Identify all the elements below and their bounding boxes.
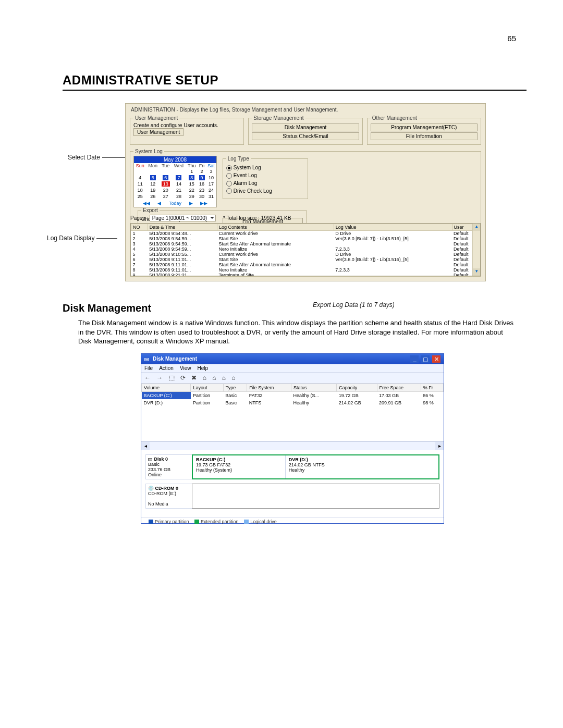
- calendar-day[interactable]: 25: [134, 193, 146, 200]
- menu-item[interactable]: Action: [159, 365, 174, 371]
- menu-item[interactable]: File: [144, 365, 153, 371]
- dm-col-header[interactable]: File System: [247, 384, 291, 391]
- table-row[interactable]: 85/13/2008 9:11:01...Nero Initialize7.2.…: [131, 267, 480, 273]
- table-row[interactable]: DVR (D:)PartitionBasicNTFSHealthy214.02 …: [142, 399, 444, 406]
- partition-dvr[interactable]: DVR (D:) 214.02 GB NTFS Healthy: [286, 455, 438, 478]
- calendar-day[interactable]: 18: [134, 187, 146, 193]
- table-row[interactable]: 65/13/2008 9:11:01...Start SiteVer(3.6.0…: [131, 257, 480, 262]
- calendar-day[interactable]: 11: [134, 181, 146, 187]
- table-row[interactable]: BACKUP (C:)PartitionBasicFAT32Healthy (S…: [142, 391, 444, 399]
- user-management-button[interactable]: User Management: [133, 128, 183, 136]
- calendar-day[interactable]: [172, 168, 186, 175]
- table-row[interactable]: 55/13/2008 9:10:55...Current Work driveD…: [131, 252, 480, 257]
- calendar-day[interactable]: 10: [206, 175, 216, 181]
- log-col-header[interactable]: Log Value: [334, 224, 452, 231]
- calendar-day[interactable]: 13: [160, 181, 172, 187]
- calendar-day[interactable]: 5: [146, 175, 160, 181]
- table-row[interactable]: 15/13/2008 9:54:48...Current Work driveD…: [131, 231, 480, 237]
- calendar-day[interactable]: 19: [146, 187, 160, 193]
- table-row[interactable]: 35/13/2008 9:54:59...Start Site After Ab…: [131, 241, 480, 246]
- log-type-option[interactable]: System Log: [226, 165, 304, 171]
- calendar-day[interactable]: 7: [172, 175, 186, 181]
- table-row[interactable]: 25/13/2008 9:54:59...Start SiteVer(3.6.0…: [131, 236, 480, 241]
- radio-icon[interactable]: [226, 173, 232, 179]
- table-row[interactable]: 75/13/2008 9:11:01...Start Site After Ab…: [131, 262, 480, 267]
- menu-item[interactable]: View: [180, 365, 191, 371]
- scroll-up-icon[interactable]: ▴: [473, 224, 480, 231]
- table-row[interactable]: 95/13/2008 9:21:21...Terminate of SiteDe…: [131, 273, 480, 276]
- log-table[interactable]: NODate & TimeLog ContentsLog ValueUser15…: [130, 223, 481, 276]
- log-col-header[interactable]: Log Contents: [217, 224, 334, 231]
- radio-icon[interactable]: [226, 165, 232, 171]
- calendar-footer[interactable]: ◀◀ ◀ Today ▶ ▶▶: [134, 200, 216, 207]
- calendar-day[interactable]: 14: [172, 181, 186, 187]
- calendar-day[interactable]: 21: [172, 187, 186, 193]
- dm-col-header[interactable]: Status: [291, 384, 337, 391]
- close-icon[interactable]: ✕: [432, 355, 440, 363]
- calendar-day[interactable]: 30: [198, 193, 206, 200]
- dm-hscroll[interactable]: ◂ ▸: [141, 441, 444, 450]
- log-type-option[interactable]: Drive Check Log: [226, 188, 304, 194]
- calendar-day[interactable]: 27: [160, 193, 172, 200]
- cal-prev-icon[interactable]: ◀: [157, 201, 161, 206]
- dm-col-header[interactable]: Capacity: [337, 384, 377, 391]
- cal-first-icon[interactable]: ◀◀: [143, 201, 150, 206]
- calendar-day[interactable]: 17: [206, 181, 216, 187]
- calendar-grid[interactable]: SunMonTueWedThuFriSat1234567891011121314…: [134, 163, 216, 200]
- log-col-header[interactable]: Date & Time: [148, 224, 217, 231]
- hscroll-left-icon[interactable]: ◂: [141, 442, 150, 450]
- log-type-option[interactable]: Event Log: [226, 172, 304, 179]
- log-scrollbar[interactable]: ▴ ▾: [472, 224, 480, 276]
- calendar-day[interactable]: [146, 168, 160, 175]
- dm-col-header[interactable]: Volume: [142, 384, 191, 391]
- dm-col-header[interactable]: Type: [223, 384, 247, 391]
- hscroll-right-icon[interactable]: ▸: [435, 442, 444, 450]
- pages-select[interactable]: Page 1(00001 ~ 01000): [150, 215, 216, 221]
- dm-volume-list[interactable]: VolumeLayoutTypeFile SystemStatusCapacit…: [141, 384, 444, 441]
- calendar-day[interactable]: 2: [198, 168, 206, 175]
- disk0-row[interactable]: 🖴 Disk 0 Basic 233.76 GB Online BACKUP (…: [145, 454, 439, 479]
- log-type-option[interactable]: Alarm Log: [226, 180, 304, 187]
- calendar-day[interactable]: 6: [160, 175, 172, 181]
- cdrom-row[interactable]: 💿 CD-ROM 0 CD-ROM (E:) No Media: [145, 484, 439, 509]
- dm-titlebar[interactable]: 🖴 Disk Management _ ▢ ✕: [141, 354, 444, 364]
- dm-col-header[interactable]: Free Space: [377, 384, 421, 391]
- calendar-day[interactable]: 29: [186, 193, 198, 200]
- table-row[interactable]: 45/13/2008 9:54:59...Nero Initialize7.2.…: [131, 246, 480, 252]
- disk-management-button[interactable]: Disk Management: [252, 124, 359, 131]
- radio-icon[interactable]: [226, 188, 232, 194]
- program-management-button[interactable]: Program Management(ETC): [371, 124, 478, 131]
- partition-backup[interactable]: BACKUP (C:) 19.73 GB FAT32 Healthy (Syst…: [193, 455, 286, 478]
- maximize-icon[interactable]: ▢: [421, 355, 430, 363]
- calendar-day[interactable]: 26: [146, 193, 160, 200]
- calendar-day[interactable]: 24: [206, 187, 216, 193]
- calendar-day[interactable]: [134, 168, 146, 175]
- dm-col-header[interactable]: Layout: [191, 384, 223, 391]
- calendar[interactable]: May 2008 SunMonTueWedThuFriSat1234567891…: [133, 156, 217, 207]
- cal-today-button[interactable]: Today: [169, 201, 181, 206]
- calendar-day[interactable]: 28: [172, 193, 186, 200]
- calendar-day[interactable]: 3: [206, 168, 216, 175]
- calendar-day[interactable]: [160, 168, 172, 175]
- dm-menu-bar[interactable]: FileActionViewHelp: [141, 364, 444, 373]
- file-information-button[interactable]: File Information: [371, 132, 478, 140]
- dm-toolbar[interactable]: ← → ⬚ ⟳ ✖ ⌂ ⌂ ⌂ ⌂: [141, 373, 444, 384]
- menu-item[interactable]: Help: [197, 365, 208, 371]
- calendar-day[interactable]: 22: [186, 187, 198, 193]
- calendar-day[interactable]: 15: [186, 181, 198, 187]
- calendar-day[interactable]: 12: [146, 181, 160, 187]
- minimize-icon[interactable]: _: [410, 355, 419, 363]
- calendar-day[interactable]: 9: [198, 175, 206, 181]
- cal-last-icon[interactable]: ▶▶: [200, 201, 207, 206]
- calendar-day[interactable]: 4: [134, 175, 146, 181]
- dm-col-header[interactable]: % Fr: [421, 384, 443, 391]
- cal-next-icon[interactable]: ▶: [189, 201, 193, 206]
- scroll-down-icon[interactable]: ▾: [473, 268, 480, 276]
- calendar-day[interactable]: 31: [206, 193, 216, 200]
- status-check-email-button[interactable]: Status Check/Email: [252, 132, 359, 140]
- calendar-day[interactable]: 20: [160, 187, 172, 193]
- calendar-day[interactable]: 23: [198, 187, 206, 193]
- calendar-day[interactable]: 1: [186, 168, 198, 175]
- log-col-header[interactable]: NO: [131, 224, 148, 231]
- calendar-day[interactable]: 8: [186, 175, 198, 181]
